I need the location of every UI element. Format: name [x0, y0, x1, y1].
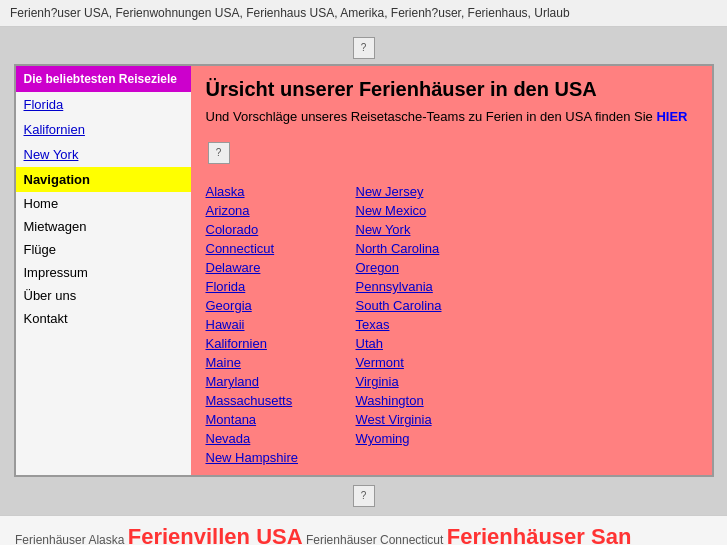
heading-prefix: Ü [206, 78, 220, 100]
sidebar-nav-fluege[interactable]: Flüge [16, 238, 191, 261]
state-link-col2-13[interactable]: Wyoming [356, 431, 486, 446]
state-link-col1-7[interactable]: Hawaii [206, 317, 336, 332]
sidebar: Die beliebtesten Reiseziele Florida Kali… [16, 66, 191, 475]
state-link-col2-2[interactable]: New York [356, 222, 486, 237]
state-link-col1-10[interactable]: Maryland [206, 374, 336, 389]
states-col-2: New JerseyNew MexicoNew YorkNorth Caroli… [356, 184, 486, 465]
state-link-col1-1[interactable]: Arizona [206, 203, 336, 218]
state-link-col1-0[interactable]: Alaska [206, 184, 336, 199]
main-container: Die beliebtesten Reiseziele Florida Kali… [14, 64, 714, 477]
state-link-col1-4[interactable]: Delaware [206, 260, 336, 275]
state-link-col1-6[interactable]: Georgia [206, 298, 336, 313]
state-link-col1-2[interactable]: Colorado [206, 222, 336, 237]
state-link-col1-12[interactable]: Montana [206, 412, 336, 427]
sidebar-nav-mietwagen[interactable]: Mietwagen [16, 215, 191, 238]
footer-strip: Ferienhäuser Alaska Ferienvillen USA Fer… [0, 515, 727, 545]
content-header: Ürsicht unserer Ferienhäuser in den USA … [191, 66, 712, 132]
state-link-col2-6[interactable]: South Carolina [356, 298, 486, 313]
state-link-col2-9[interactable]: Vermont [356, 355, 486, 370]
sidebar-nav-impressum[interactable]: Impressum [16, 261, 191, 284]
states-col-1: AlaskaArizonaColoradoConnecticutDelaware… [206, 184, 336, 465]
tab-title: Ferienh?user USA, Ferienwohnungen USA, F… [10, 6, 570, 20]
state-link-col1-13[interactable]: Nevada [206, 431, 336, 446]
subtext-prefix: U [206, 109, 215, 124]
state-link-col1-3[interactable]: Connecticut [206, 241, 336, 256]
bottom-icon-row: ? [0, 477, 727, 515]
sidebar-header: Die beliebtesten Reiseziele [16, 66, 191, 92]
state-link-col2-5[interactable]: Pennsylvania [356, 279, 486, 294]
state-link-col2-10[interactable]: Virginia [356, 374, 486, 389]
state-link-col2-11[interactable]: Washington [356, 393, 486, 408]
state-link-col2-4[interactable]: Oregon [356, 260, 486, 275]
sidebar-item-newyork[interactable]: New York [16, 142, 191, 167]
sidebar-nav-header: Navigation [16, 167, 191, 192]
state-link-col1-9[interactable]: Maine [206, 355, 336, 370]
sidebar-item-kalifornien[interactable]: Kalifornien [16, 117, 191, 142]
state-link-col2-8[interactable]: Utah [356, 336, 486, 351]
state-link-col2-7[interactable]: Texas [356, 317, 486, 332]
state-link-col2-0[interactable]: New Jersey [356, 184, 486, 199]
top-icon-row: ? [0, 27, 727, 64]
sidebar-nav-home[interactable]: Home [16, 192, 191, 215]
hier-link[interactable]: HIER [656, 109, 687, 124]
subtext-body: nd Vorschläge unseres Reisetasche-Teams … [215, 109, 657, 124]
mid-question-icon: ? [208, 142, 230, 164]
state-link-col2-1[interactable]: New Mexico [356, 203, 486, 218]
main-heading: Ürsicht unserer Ferienhäuser in den USA [206, 78, 697, 101]
state-link-col2-12[interactable]: West Virginia [356, 412, 486, 427]
browser-tab-bar: Ferienh?user USA, Ferienwohnungen USA, F… [0, 0, 727, 27]
mid-icon-row: ? [191, 132, 712, 174]
top-question-icon: ? [353, 37, 375, 59]
states-section: AlaskaArizonaColoradoConnecticutDelaware… [191, 174, 712, 475]
footer-big2: Ferienhäuser San [447, 524, 632, 545]
page-wrapper: Ferienh?user USA, Ferienwohnungen USA, F… [0, 0, 727, 545]
state-link-col1-8[interactable]: Kalifornien [206, 336, 336, 351]
heading-text: rsicht unserer Ferienhäuser in den USA [220, 78, 597, 100]
bottom-question-icon: ? [353, 485, 375, 507]
state-link-col1-14[interactable]: New Hampshire [206, 450, 336, 465]
main-content: Ürsicht unserer Ferienhäuser in den USA … [191, 66, 712, 475]
footer-text2: Ferienhäuser Connecticut [306, 533, 443, 545]
footer-big1: Ferienvillen USA [128, 524, 303, 545]
sidebar-nav-kontakt[interactable]: Kontakt [16, 307, 191, 330]
state-link-col2-3[interactable]: North Carolina [356, 241, 486, 256]
sidebar-item-florida[interactable]: Florida [16, 92, 191, 117]
state-link-col1-11[interactable]: Massachusetts [206, 393, 336, 408]
sidebar-nav-ueber-uns[interactable]: Über uns [16, 284, 191, 307]
footer-text1: Ferienhäuser Alaska [15, 533, 124, 545]
state-link-col1-5[interactable]: Florida [206, 279, 336, 294]
subtext: Und Vorschläge unseres Reisetasche-Teams… [206, 109, 697, 124]
